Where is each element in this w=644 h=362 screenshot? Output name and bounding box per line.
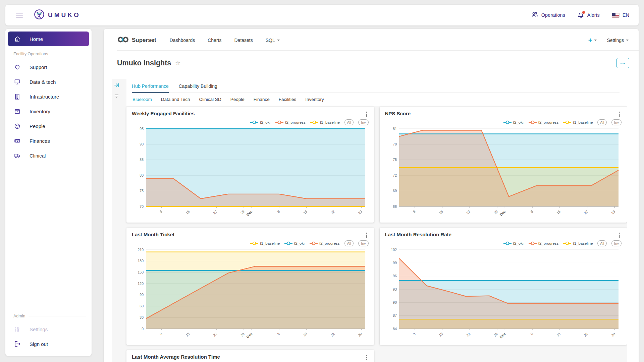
- nav-datasets[interactable]: Datasets: [234, 38, 253, 43]
- nav-dashboards[interactable]: Dashboards: [170, 38, 195, 43]
- legend-all-button[interactable]: All: [344, 240, 354, 246]
- legend-label: t2_okr: [260, 120, 271, 124]
- legend-item[interactable]: t2_progress: [529, 241, 559, 245]
- nav-charts[interactable]: Charts: [208, 38, 221, 43]
- legend-item[interactable]: t2_okr: [284, 241, 305, 245]
- tab-capability-building[interactable]: Capability Building: [179, 83, 217, 93]
- svg-text:210: 210: [138, 247, 144, 251]
- legend-item[interactable]: t2_progress: [310, 241, 340, 245]
- sidebar-item-finances[interactable]: Finances: [5, 133, 92, 148]
- kebab-menu-icon[interactable]: [365, 232, 368, 239]
- tab-hub-performance[interactable]: Hub Performance: [132, 83, 169, 93]
- svg-text:15: 15: [185, 331, 191, 337]
- chart-plot-area[interactable]: 7075808590958152229Dec8152229: [132, 126, 369, 221]
- superset-nav: Dashboards Charts Datasets SQL: [170, 38, 280, 43]
- sidebar-item-label: Infrastructure: [30, 94, 59, 100]
- svg-text:15: 15: [185, 209, 191, 215]
- svg-text:90: 90: [393, 300, 397, 304]
- svg-text:180: 180: [138, 259, 144, 263]
- legend-inv-button[interactable]: Inv: [611, 240, 622, 246]
- sidebar-item-data-tech[interactable]: Data & tech: [5, 74, 92, 89]
- svg-text:22: 22: [583, 209, 589, 215]
- main-panel: Superset Dashboards Charts Datasets SQL …: [104, 29, 639, 362]
- sidebar-item-support[interactable]: Support: [5, 60, 92, 74]
- svg-text:15: 15: [438, 209, 444, 215]
- filter-icon[interactable]: [114, 94, 120, 99]
- series-marker-icon: [310, 241, 318, 245]
- svg-text:29: 29: [357, 209, 363, 215]
- chart-plot-area[interactable]: 8487909396991028152229Dec8152229: [385, 247, 622, 344]
- sidebar-item-label: Home: [30, 36, 43, 42]
- legend-item[interactable]: t2_okr: [250, 120, 271, 124]
- legend-item[interactable]: t2_okr: [503, 241, 524, 245]
- subtab-facilities[interactable]: Facilities: [279, 97, 297, 102]
- favorite-star-icon[interactable]: ☆: [175, 59, 180, 67]
- legend-all-button[interactable]: All: [344, 119, 354, 125]
- sidebar: Home Facility Operations Support Data & …: [5, 29, 92, 356]
- superset-infinity-icon: [117, 36, 129, 45]
- dashboard-more-button[interactable]: [616, 58, 629, 68]
- sidebar-item-signout[interactable]: Sign out: [5, 337, 92, 351]
- subtab-data-and-tech[interactable]: Data and Tech: [161, 97, 190, 102]
- svg-text:29: 29: [493, 331, 498, 337]
- alerts-label: Alerts: [587, 12, 600, 18]
- operations-menu[interactable]: Operations: [531, 11, 565, 19]
- sidebar-item-infrastructure[interactable]: Infrastructure: [5, 89, 92, 104]
- sidebar-item-home[interactable]: Home: [8, 32, 89, 46]
- svg-text:22: 22: [465, 209, 471, 215]
- kebab-menu-icon[interactable]: [365, 111, 368, 118]
- kebab-menu-icon[interactable]: [365, 354, 368, 361]
- legend-item[interactable]: t1_baseline: [250, 241, 280, 245]
- brand-name: UMUKO: [48, 11, 80, 19]
- legend-all-button[interactable]: All: [597, 119, 607, 125]
- kebab-menu-icon[interactable]: [618, 111, 622, 118]
- legend-item[interactable]: t2_okr: [503, 120, 524, 124]
- legend-item[interactable]: t2_progress: [275, 120, 306, 124]
- sidebar-item-settings[interactable]: Settings: [5, 322, 92, 337]
- subtab-blueroom[interactable]: Blueroom: [132, 97, 152, 102]
- svg-text:60: 60: [140, 304, 144, 308]
- dashboard-area: Hub Performance Capability Building Blue…: [112, 79, 627, 362]
- svg-text:15: 15: [555, 331, 561, 337]
- add-new-button[interactable]: +: [588, 37, 597, 44]
- kebab-menu-icon[interactable]: [618, 232, 622, 239]
- subtab-people[interactable]: People: [230, 97, 245, 102]
- svg-text:0: 0: [142, 326, 144, 330]
- nav-sql-dropdown[interactable]: SQL: [266, 38, 280, 43]
- home-icon: [13, 36, 21, 43]
- svg-text:Dec: Dec: [246, 209, 253, 217]
- sidebar-item-inventory[interactable]: Inventory: [5, 104, 92, 119]
- subtab-inventory[interactable]: Inventory: [305, 97, 324, 102]
- truck-icon: [13, 152, 21, 159]
- sidebar-item-clinical[interactable]: Clinical: [5, 148, 92, 163]
- hamburger-menu-icon[interactable]: [15, 11, 24, 19]
- chart-plot-area[interactable]: 6669727578818152229Dec8152229: [385, 126, 622, 221]
- expand-filter-bar-icon[interactable]: [114, 82, 120, 88]
- legend-inv-button[interactable]: Inv: [358, 119, 368, 125]
- subtab-clinical-sd[interactable]: Clinical SD: [199, 97, 221, 102]
- language-selector[interactable]: EN: [612, 12, 629, 18]
- legend-all-button[interactable]: All: [597, 240, 607, 246]
- legend-inv-button[interactable]: Inv: [358, 240, 368, 246]
- legend-item[interactable]: t1_baseline: [563, 120, 593, 124]
- umuko-logo: UMUKO: [34, 9, 80, 21]
- sidebar-item-label: Sign out: [30, 341, 48, 347]
- signout-icon: [13, 340, 21, 348]
- legend-item[interactable]: t1_baseline: [310, 120, 340, 124]
- sidebar-item-label: Finances: [30, 138, 50, 144]
- svg-text:22: 22: [330, 331, 335, 337]
- svg-text:8: 8: [276, 331, 280, 336]
- legend-inv-button[interactable]: Inv: [611, 119, 622, 125]
- legend-item[interactable]: t2_progress: [529, 120, 559, 124]
- legend-item[interactable]: t1_baseline: [563, 241, 593, 245]
- legend-label: t1_baseline: [320, 120, 340, 124]
- alert-badge-dot: [582, 11, 585, 14]
- sidebar-item-people[interactable]: People: [5, 119, 92, 133]
- chart-plot-area[interactable]: 03060901201501802108152229Dec8152229: [132, 247, 369, 344]
- chart-title: Last Month Resolution Rate: [385, 232, 451, 237]
- superset-settings-dropdown[interactable]: Settings: [607, 38, 629, 43]
- heart-icon: [13, 64, 21, 71]
- alerts-menu[interactable]: Alerts: [577, 12, 600, 19]
- language-label: EN: [623, 12, 629, 18]
- subtab-finance[interactable]: Finance: [254, 97, 270, 102]
